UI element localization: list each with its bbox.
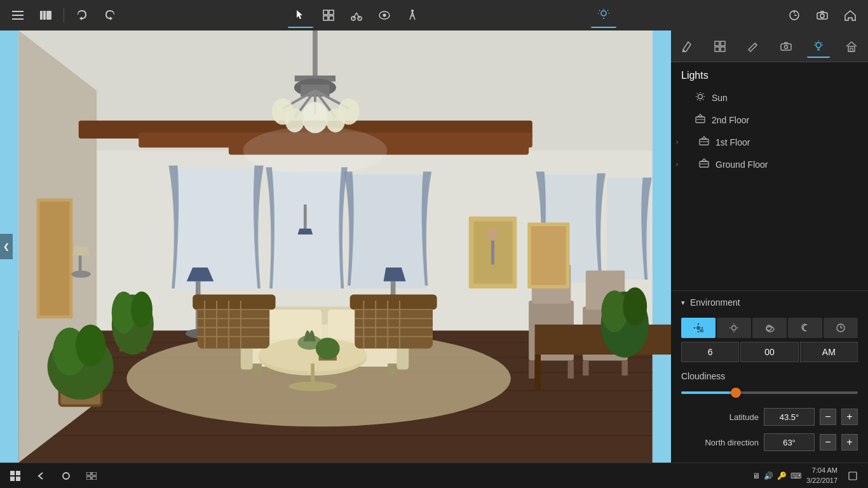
environment-header[interactable]: ▾ Environment — [671, 291, 868, 314]
north-direction-increase-button[interactable]: + — [841, 434, 858, 451]
svg-point-16 — [411, 10, 414, 12]
svg-rect-147 — [721, 47, 725, 51]
svg-rect-8 — [323, 16, 328, 20]
menu-button[interactable] — [5, 3, 31, 28]
svg-point-138 — [76, 325, 105, 367]
camera-button[interactable] — [810, 3, 835, 28]
redo-button[interactable] — [97, 3, 123, 28]
cut-button[interactable] — [344, 3, 369, 28]
system-tray: 🖥 🔊 🔑 ⌨ — [752, 471, 801, 480]
cloudiness-thumb[interactable] — [731, 388, 741, 398]
select-tool-button[interactable] — [288, 3, 313, 28]
svg-rect-204 — [849, 472, 857, 480]
svg-rect-96 — [350, 295, 437, 310]
time-hour-display: 6 — [681, 342, 739, 362]
svg-rect-202 — [86, 477, 91, 480]
north-direction-input[interactable] — [764, 433, 815, 451]
north-direction-decrease-button[interactable]: − — [820, 434, 836, 451]
back-button[interactable] — [31, 466, 51, 486]
measure-button[interactable] — [782, 3, 807, 28]
svg-rect-4 — [43, 11, 46, 20]
light-label-2nd-floor: 2nd Floor — [712, 115, 858, 125]
panel-layout-button[interactable] — [709, 35, 731, 58]
svg-point-15 — [383, 14, 386, 17]
weather-custom-button[interactable] — [824, 318, 858, 338]
home-button[interactable] — [837, 3, 863, 28]
right-panel: Lights Sun 2nd Floor › — [671, 30, 868, 463]
svg-point-199 — [63, 473, 69, 479]
view-button[interactable] — [372, 3, 397, 28]
cloudiness-track — [681, 391, 858, 394]
svg-point-120 — [488, 229, 498, 241]
search-button[interactable] — [56, 466, 76, 486]
light-item-sun[interactable]: Sun — [671, 86, 868, 109]
svg-marker-140 — [298, 229, 313, 234]
north-direction-label: North direction — [681, 438, 759, 447]
panel-bottom-padding — [671, 455, 868, 463]
svg-rect-72 — [253, 363, 262, 376]
task-view-button[interactable] — [81, 466, 102, 486]
start-button[interactable] — [5, 466, 25, 486]
cloudiness-slider[interactable] — [681, 386, 858, 399]
light-item-1st-floor[interactable]: › 1st Floor — [671, 131, 868, 153]
weather-sunny-clear-button[interactable] — [681, 318, 715, 338]
floor-icon-2nd — [695, 114, 705, 126]
svg-rect-196 — [16, 471, 20, 475]
svg-rect-195 — [10, 471, 15, 475]
svg-rect-108 — [568, 360, 574, 378]
taskbar: 🖥 🔊 🔑 ⌨ 7:04 AM 3/22/2017 — [0, 463, 868, 488]
north-direction-row: North direction − + — [671, 430, 868, 455]
top-toolbar — [0, 0, 868, 30]
volume-icon[interactable]: 🔊 — [764, 471, 773, 480]
weather-sunny-button[interactable] — [717, 318, 751, 338]
svg-rect-123 — [531, 226, 566, 285]
panel-lights-button[interactable] — [807, 35, 830, 58]
viewport[interactable]: ❮ — [0, 30, 671, 463]
svg-point-127 — [131, 292, 153, 328]
panel-edit-button[interactable] — [742, 35, 764, 58]
panel-paint-button[interactable] — [676, 35, 699, 58]
svg-rect-201 — [92, 472, 97, 475]
svg-line-22 — [599, 10, 600, 11]
network-icon[interactable]: 🖥 — [752, 471, 760, 480]
keyboard-icon[interactable]: ⌨ — [790, 471, 801, 480]
environment-section: ▾ Environment — [671, 290, 868, 463]
library-button[interactable] — [33, 3, 58, 28]
floor-icon-1st — [699, 136, 709, 148]
latitude-input[interactable] — [764, 408, 815, 426]
svg-point-77 — [288, 382, 337, 391]
svg-point-161 — [698, 95, 703, 99]
svg-marker-175 — [702, 137, 707, 139]
svg-point-151 — [816, 43, 821, 48]
latitude-decrease-button[interactable]: − — [820, 409, 836, 425]
light-item-2nd-floor[interactable]: 2nd Floor — [671, 109, 868, 131]
light-item-ground-floor[interactable]: › Ground Floor — [671, 153, 868, 175]
key-icon[interactable]: 🔑 — [777, 471, 787, 480]
weather-cloudy-button[interactable] — [752, 318, 787, 338]
panel-house-button[interactable] — [840, 35, 863, 58]
svg-line-167 — [703, 99, 703, 100]
svg-line-169 — [697, 99, 698, 100]
panel-camera-button[interactable] — [775, 35, 797, 58]
svg-rect-59 — [175, 168, 259, 288]
cloudiness-section: Cloudiness — [671, 366, 868, 404]
main-area: ❮ Lights — [0, 30, 868, 463]
ground-floor-expand-arrow: › — [676, 161, 684, 168]
svg-point-185 — [732, 326, 736, 330]
svg-rect-6 — [323, 10, 328, 15]
latitude-label: Latitude — [681, 412, 759, 422]
objects-button[interactable] — [316, 3, 341, 28]
undo-button[interactable] — [69, 3, 95, 28]
notifications-button[interactable] — [843, 466, 863, 486]
svg-point-143 — [71, 271, 90, 278]
svg-rect-117 — [39, 201, 69, 315]
svg-rect-9 — [329, 16, 334, 20]
weather-night-button[interactable] — [788, 318, 822, 338]
latitude-increase-button[interactable]: + — [841, 409, 858, 425]
svg-line-23 — [607, 10, 608, 11]
left-nav-arrow[interactable]: ❮ — [0, 234, 13, 259]
lights-toolbar-button[interactable] — [591, 3, 616, 28]
walk-button[interactable] — [400, 3, 425, 28]
clock-display: 7:04 AM 3/22/2017 — [806, 466, 837, 485]
environment-title: Environment — [690, 297, 740, 308]
